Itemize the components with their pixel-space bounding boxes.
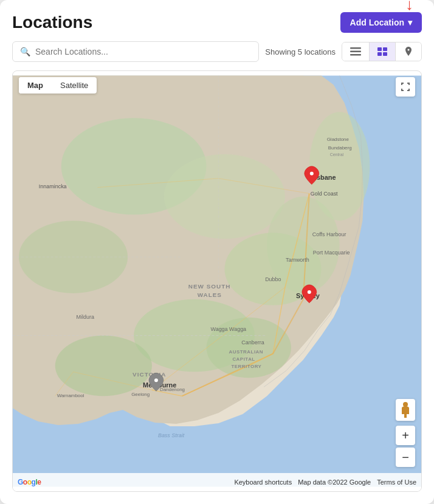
arrow-indicator: ↓ [405,0,413,14]
add-location-label: Add Location [350,18,404,27]
add-location-button[interactable]: ↓ Add Location ▾ [340,12,422,33]
svg-text:AUSTRALIAN: AUSTRALIAN [229,349,263,355]
svg-rect-6 [383,52,387,56]
list-icon [350,47,361,56]
page-container: Locations ↓ Add Location ▾ 🔍 Showing 5 l… [0,0,434,504]
svg-text:Tamworth: Tamworth [286,257,309,263]
view-grid-button[interactable] [370,43,396,61]
map-controls: + − [396,399,415,467]
fullscreen-icon [401,82,410,92]
map-zoom-in-button[interactable]: + [396,426,415,445]
google-logo: Google [18,478,41,486]
svg-rect-3 [377,47,382,51]
svg-rect-1 [350,51,361,53]
map-svg: Brisbane Gold Coast Sydney Melbourne Inn… [13,71,421,491]
map-zoom-out-button[interactable]: − [396,448,415,467]
page-header: Locations ↓ Add Location ▾ [12,12,422,33]
svg-point-14 [55,336,152,397]
svg-text:Wagga Wagga: Wagga Wagga [211,326,247,332]
svg-text:Central: Central [330,152,344,157]
toolbar: 🔍 Showing 5 locations [12,41,422,62]
svg-text:CAPITAL: CAPITAL [232,356,255,362]
svg-text:Bass Strait: Bass Strait [158,432,185,438]
svg-text:TERRITORY: TERRITORY [231,364,261,369]
svg-text:NEW SOUTH: NEW SOUTH [188,283,231,290]
svg-text:Warnambool: Warnambool [57,393,84,398]
map-container: Brisbane Gold Coast Sydney Melbourne Inn… [12,70,422,492]
svg-point-17 [309,112,370,220]
page-title: Locations [12,13,92,32]
map-pegman-button[interactable] [396,399,415,421]
svg-point-63 [403,402,408,407]
svg-text:WALES: WALES [198,291,222,298]
svg-point-61 [310,172,314,175]
marker-icon [404,47,413,56]
svg-rect-4 [383,47,387,51]
svg-rect-2 [350,54,361,56]
svg-text:Dandenong: Dandenong [160,387,185,392]
svg-text:Gladstone: Gladstone [327,137,350,142]
keyboard-shortcuts-link[interactable]: Keyboard shortcuts [234,478,292,486]
svg-text:Gold Coast: Gold Coast [311,191,338,197]
grid-icon [377,47,387,56]
search-icon: 🔍 [20,47,30,56]
map-tab-map[interactable]: Map [19,77,52,94]
svg-text:Bundaberg: Bundaberg [328,145,352,151]
view-map-button[interactable] [396,43,421,61]
svg-point-10 [164,154,285,239]
svg-point-60 [308,290,311,294]
svg-text:Dubbo: Dubbo [265,276,281,282]
map-footer: Google Keyboard shortcuts Map data ©2022… [13,473,421,491]
map-fullscreen-button[interactable] [396,77,415,97]
search-input[interactable] [35,47,251,56]
svg-rect-0 [350,47,361,49]
showing-label: Showing 5 locations [265,47,336,56]
svg-text:Coffs Harbour: Coffs Harbour [312,231,346,237]
svg-rect-5 [377,52,382,56]
terms-link[interactable]: Terms of Use [377,478,416,486]
view-list-button[interactable] [342,43,370,61]
svg-text:Geelong: Geelong [131,392,150,397]
map-tab-satellite[interactable]: Satellite [52,77,97,94]
add-location-chevron: ▾ [408,18,412,27]
svg-point-62 [154,378,158,382]
view-toggles [342,42,422,61]
svg-text:Innamincka: Innamincka [39,183,67,189]
svg-text:Mildura: Mildura [77,314,94,320]
svg-text:Port Macquarie: Port Macquarie [313,250,350,256]
map-data-label: Map data ©2022 Google [298,478,371,486]
search-box: 🔍 [12,41,259,62]
svg-text:Canberra: Canberra [241,339,264,346]
map-tab-bar: Map Satellite [19,77,97,94]
pegman-icon [400,402,411,418]
map-footer-links: Keyboard shortcuts Map data ©2022 Google… [234,478,416,486]
